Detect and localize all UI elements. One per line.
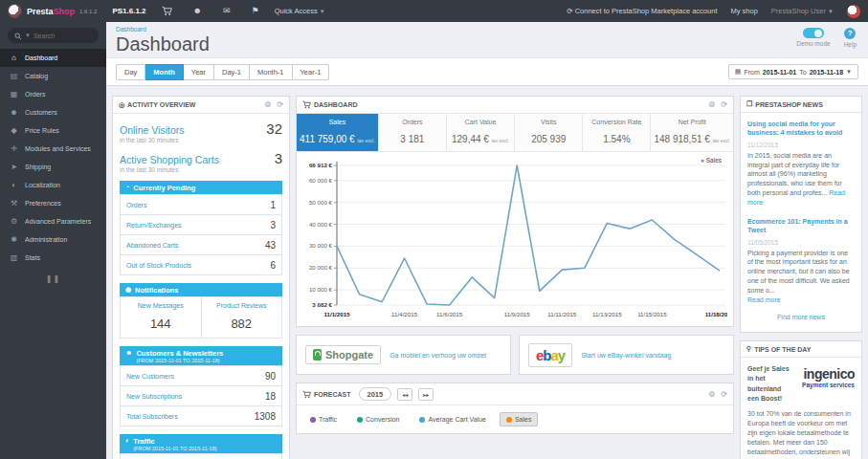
- date-range-picker[interactable]: ▦ From2015-11-01 To2015-11-18 ▼: [728, 64, 858, 79]
- shopgate-link[interactable]: Ga mobiel en verhoog uw omzet: [389, 352, 486, 359]
- new-subscriptions-row[interactable]: New Subscriptions18: [120, 385, 282, 406]
- shopgate-promo[interactable]: Shopgate Ga mobiel en verhoog uw omzet: [296, 335, 511, 375]
- brand-version: 1.6.1.2: [79, 9, 97, 14]
- ebay-link[interactable]: Start uw eBay-winkel vandaag: [581, 352, 671, 359]
- kpi-cart-value[interactable]: Cart Value129,44 € tax excl.: [447, 114, 515, 151]
- search-scope-caret-icon[interactable]: ▼: [25, 33, 31, 38]
- refresh-icon[interactable]: ⟳: [721, 100, 727, 109]
- online-visitors-subtitle: in the last 30 minutes: [120, 137, 282, 143]
- forecast-prev-button[interactable]: ◂◂: [397, 388, 412, 401]
- kpi-conversion-rate[interactable]: Conversion Rate1.54%: [583, 114, 651, 151]
- range-month-1-button[interactable]: Month-1: [250, 64, 293, 80]
- svg-text:10 000 €: 10 000 €: [309, 286, 333, 293]
- shopping-bag-icon: [313, 349, 322, 361]
- toggle-traffic[interactable]: Traffic: [303, 412, 344, 426]
- toggle-average-cart-value[interactable]: Average Cart Value: [412, 412, 492, 426]
- article-title-link[interactable]: Ecommerce 101: Payments in a Tweet: [747, 217, 855, 235]
- cart-icon: [302, 390, 311, 399]
- forecast-year[interactable]: 2015: [359, 387, 392, 401]
- article-title-link[interactable]: Using social media for your business: 4 …: [747, 120, 855, 138]
- read-more-link[interactable]: Read more: [747, 296, 781, 303]
- find-more-news-link[interactable]: Find more news: [747, 314, 855, 320]
- kpi-net-profit[interactable]: Net Profit148 918,51 € tax excl.: [651, 114, 733, 151]
- user-avatar[interactable]: [847, 5, 860, 18]
- forecast-next-button[interactable]: ▸▸: [418, 388, 434, 401]
- sidebar-item-customers[interactable]: ☻Customers: [0, 103, 106, 121]
- toggle-sales[interactable]: Sales: [500, 412, 539, 426]
- collapse-sidebar-button[interactable]: ❚❚: [0, 274, 106, 283]
- refresh-icon[interactable]: ⟳: [277, 100, 283, 109]
- new-customers-row[interactable]: New Customers90: [120, 365, 282, 386]
- svg-text:30 000 €: 30 000 €: [309, 242, 333, 249]
- prestashop-logo[interactable]: PrestaShop 1.6.1.2: [8, 4, 97, 18]
- range-day-1-button[interactable]: Day-1: [214, 64, 250, 80]
- kpi-sales[interactable]: Sales411 759,00 € tax excl.: [297, 114, 379, 151]
- active-carts-link[interactable]: Active Shopping Carts: [120, 154, 219, 165]
- pin-icon[interactable]: ⚑: [246, 7, 265, 15]
- refresh-icon[interactable]: ⟳: [721, 390, 727, 399]
- ebay-logo: ebay: [528, 343, 572, 367]
- range-year-1-button[interactable]: Year-1: [293, 64, 330, 80]
- cart-icon: [302, 100, 311, 109]
- pending-out-of-stock-row[interactable]: Out of Stock Products6: [120, 254, 282, 275]
- gear-icon[interactable]: ⚙: [708, 390, 715, 399]
- toggle-conversion[interactable]: Conversion: [350, 412, 406, 426]
- pending-orders-row[interactable]: Orders1: [120, 194, 282, 215]
- sidebar-item-orders[interactable]: ▦Orders: [0, 85, 106, 103]
- kpi-orders[interactable]: Orders3 181: [379, 114, 447, 151]
- range-year-button[interactable]: Year: [184, 64, 214, 80]
- svg-text:11/13/2015: 11/13/2015: [592, 311, 622, 317]
- dashboard-panel-title: DASHBOARD: [314, 101, 358, 108]
- sidebar-item-preferences[interactable]: ⚒Preferences: [0, 194, 106, 212]
- customers-icon[interactable]: ☻: [188, 7, 208, 15]
- range-month-button[interactable]: Month: [145, 64, 184, 80]
- cart-icon[interactable]: [156, 6, 178, 16]
- page-header: Dashboard Dashboard Demo mode ? Help: [106, 22, 868, 57]
- connect-icon: ⟳: [567, 7, 572, 15]
- messages-icon[interactable]: ✉: [217, 7, 236, 15]
- gear-icon[interactable]: ⚙: [264, 100, 271, 109]
- sidebar-item-localization[interactable]: ◐Localization: [0, 176, 106, 194]
- search-input[interactable]: [33, 33, 91, 39]
- pending-returns-row[interactable]: Return/Exchanges3: [120, 214, 282, 235]
- my-shop-link[interactable]: My shop: [730, 7, 757, 15]
- product-reviews-cell[interactable]: Product Reviews882: [201, 296, 283, 339]
- currently-pending-header: ◔Currently Pending: [120, 181, 282, 195]
- ingenico-logo[interactable]: ingenico Payment services: [793, 364, 855, 404]
- sidebar-item-price-rules[interactable]: ◆Price Rules: [0, 121, 106, 140]
- sidebar-item-advanced-parameters[interactable]: ⚙Advanced Parameters: [0, 212, 106, 230]
- activity-panel-title: ACTIVITY OVERVIEW: [127, 101, 195, 108]
- gear-icon[interactable]: ⚙: [708, 100, 715, 109]
- sidebar-item-administration[interactable]: ✱Administration: [0, 230, 106, 249]
- quick-access-menu[interactable]: Quick Access ▼: [275, 7, 325, 15]
- online-visitors-link[interactable]: Online Visitors: [120, 124, 185, 136]
- total-subscribers-row[interactable]: Total Subscribers1308: [120, 405, 282, 426]
- new-messages-cell[interactable]: New Messages144: [120, 296, 202, 339]
- help-button[interactable]: ? Help: [844, 28, 857, 48]
- forecast-panel-title: FORECAST: [314, 391, 351, 398]
- sidebar-item-catalog[interactable]: ▤Catalog: [0, 67, 106, 85]
- shop-name[interactable]: PS1.6.1.2: [112, 7, 145, 15]
- dashboard-panel: DASHBOARD ⚙⟳ Sales411 759,00 € tax excl.…: [296, 96, 734, 327]
- truck-icon: ➤: [10, 163, 18, 171]
- demo-mode-toggle[interactable]: Demo mode: [796, 28, 830, 48]
- range-day-button[interactable]: Day: [116, 64, 145, 80]
- topbar: PrestaShop 1.6.1.2 PS1.6.1.2 ☻ ✉ ⚑ Quick…: [0, 0, 868, 22]
- toggle-switch[interactable]: [803, 28, 824, 38]
- wrench-icon: ⚒: [10, 199, 18, 208]
- gear-icon: ✱: [10, 235, 18, 244]
- sidebar-item-dashboard[interactable]: ⌂Dashboard: [0, 49, 106, 67]
- pending-abandoned-carts-row[interactable]: Abandoned Carts43: [120, 234, 282, 255]
- marketplace-link[interactable]: ⟳ Connect to PrestaShop Marketplace acco…: [567, 7, 717, 15]
- svg-text:3 082 €: 3 082 €: [312, 301, 332, 308]
- sidebar-search[interactable]: ▼: [8, 28, 99, 43]
- kpi-visits[interactable]: Visits205 939: [515, 114, 583, 151]
- breadcrumb[interactable]: Dashboard: [116, 26, 858, 33]
- google-analytics-row[interactable]: Link to your Google Analytics account: [120, 453, 282, 459]
- chart-legend[interactable]: ● Sales: [701, 157, 722, 164]
- user-menu[interactable]: PrestaShop User ▼: [771, 7, 834, 15]
- sidebar-item-stats[interactable]: ▥Stats: [0, 249, 106, 267]
- ebay-promo[interactable]: ebay Start uw eBay-winkel vandaag: [519, 335, 734, 375]
- sidebar-item-modules[interactable]: ✛Modules and Services: [0, 140, 106, 158]
- sidebar-item-shipping[interactable]: ➤Shipping: [0, 158, 106, 176]
